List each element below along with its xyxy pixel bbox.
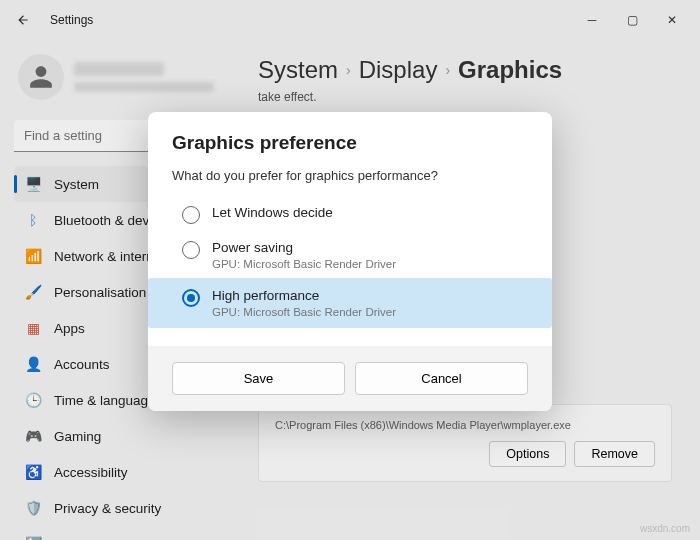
dialog-title: Graphics preference xyxy=(172,132,528,154)
radio-label: High performance xyxy=(212,288,396,303)
radio-sublabel: GPU: Microsoft Basic Render Driver xyxy=(212,258,396,270)
watermark: wsxdn.com xyxy=(640,523,690,534)
dialog-footer: Save Cancel xyxy=(148,346,552,411)
radio-icon xyxy=(182,206,200,224)
radio-option-0[interactable]: Let Windows decide xyxy=(172,197,528,232)
cancel-button[interactable]: Cancel xyxy=(355,362,528,395)
radio-label: Power saving xyxy=(212,240,396,255)
radio-icon xyxy=(182,241,200,259)
save-button[interactable]: Save xyxy=(172,362,345,395)
radio-label: Let Windows decide xyxy=(212,205,333,220)
radio-group: Let Windows decidePower savingGPU: Micro… xyxy=(172,197,528,328)
modal-overlay: Graphics preference What do you prefer f… xyxy=(0,0,700,540)
radio-text: Let Windows decide xyxy=(212,205,333,220)
radio-text: Power savingGPU: Microsoft Basic Render … xyxy=(212,240,396,270)
radio-option-2[interactable]: High performanceGPU: Microsoft Basic Ren… xyxy=(148,278,552,328)
radio-icon xyxy=(182,289,200,307)
graphics-preference-dialog: Graphics preference What do you prefer f… xyxy=(148,112,552,411)
dialog-body: Graphics preference What do you prefer f… xyxy=(148,112,552,346)
radio-text: High performanceGPU: Microsoft Basic Ren… xyxy=(212,288,396,318)
radio-sublabel: GPU: Microsoft Basic Render Driver xyxy=(212,306,396,318)
dialog-question: What do you prefer for graphics performa… xyxy=(172,168,528,183)
radio-option-1[interactable]: Power savingGPU: Microsoft Basic Render … xyxy=(172,232,528,278)
